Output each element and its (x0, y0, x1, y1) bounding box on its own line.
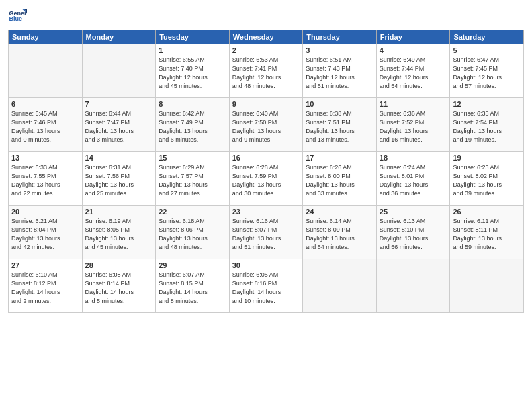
day-info: Sunrise: 6:28 AM Sunset: 7:59 PM Dayligh… (232, 163, 300, 198)
calendar-cell: 14Sunrise: 6:31 AM Sunset: 7:56 PM Dayli… (82, 152, 156, 205)
calendar-cell: 9Sunrise: 6:40 AM Sunset: 7:50 PM Daylig… (229, 98, 303, 152)
day-info: Sunrise: 6:08 AM Sunset: 8:14 PM Dayligh… (85, 271, 153, 306)
calendar-cell: 17Sunrise: 6:26 AM Sunset: 8:00 PM Dayli… (303, 152, 377, 205)
day-number: 18 (380, 154, 447, 162)
calendar-cell: 7Sunrise: 6:44 AM Sunset: 7:47 PM Daylig… (82, 98, 156, 152)
day-info: Sunrise: 6:36 AM Sunset: 7:52 PM Dayligh… (380, 109, 447, 144)
day-info: Sunrise: 6:33 AM Sunset: 7:55 PM Dayligh… (11, 163, 79, 198)
calendar-cell: 26Sunrise: 6:11 AM Sunset: 8:11 PM Dayli… (450, 205, 524, 259)
day-number: 27 (11, 261, 79, 269)
day-number: 1 (159, 46, 226, 54)
calendar-week-1: 6Sunrise: 6:45 AM Sunset: 7:46 PM Daylig… (9, 98, 524, 152)
calendar-week-0: 1Sunrise: 6:55 AM Sunset: 7:40 PM Daylig… (9, 44, 524, 98)
day-info: Sunrise: 6:26 AM Sunset: 8:00 PM Dayligh… (306, 163, 373, 198)
day-number: 9 (232, 100, 300, 108)
day-info: Sunrise: 6:38 AM Sunset: 7:51 PM Dayligh… (306, 109, 373, 144)
day-number: 11 (380, 100, 447, 108)
day-info: Sunrise: 6:18 AM Sunset: 8:06 PM Dayligh… (159, 217, 226, 252)
day-number: 6 (11, 100, 79, 108)
calendar-cell (9, 44, 83, 98)
day-number: 3 (306, 46, 373, 54)
day-number: 21 (85, 208, 153, 216)
logo-icon: General Blue (8, 7, 27, 26)
calendar-container: General Blue SundayMondayTuesdayWednesda… (0, 0, 532, 411)
day-info: Sunrise: 6:35 AM Sunset: 7:54 PM Dayligh… (453, 109, 521, 144)
day-info: Sunrise: 6:23 AM Sunset: 8:02 PM Dayligh… (453, 163, 521, 198)
day-info: Sunrise: 6:40 AM Sunset: 7:50 PM Dayligh… (232, 109, 300, 144)
day-number: 15 (159, 154, 226, 162)
day-info: Sunrise: 6:11 AM Sunset: 8:11 PM Dayligh… (453, 217, 521, 252)
calendar-cell: 28Sunrise: 6:08 AM Sunset: 8:14 PM Dayli… (82, 259, 156, 313)
day-number: 30 (232, 261, 300, 269)
day-number: 12 (453, 100, 521, 108)
day-number: 29 (159, 261, 226, 269)
day-info: Sunrise: 6:21 AM Sunset: 8:04 PM Dayligh… (11, 217, 79, 252)
calendar-cell: 12Sunrise: 6:35 AM Sunset: 7:54 PM Dayli… (450, 98, 524, 152)
day-number: 16 (232, 154, 300, 162)
calendar-cell: 18Sunrise: 6:24 AM Sunset: 8:01 PM Dayli… (376, 152, 450, 205)
day-info: Sunrise: 6:24 AM Sunset: 8:01 PM Dayligh… (380, 163, 447, 198)
calendar-cell: 15Sunrise: 6:29 AM Sunset: 7:57 PM Dayli… (156, 152, 230, 205)
day-info: Sunrise: 6:47 AM Sunset: 7:45 PM Dayligh… (453, 56, 521, 91)
calendar-week-2: 13Sunrise: 6:33 AM Sunset: 7:55 PM Dayli… (9, 152, 524, 205)
weekday-header-sunday: Sunday (9, 30, 83, 44)
calendar-cell: 8Sunrise: 6:42 AM Sunset: 7:49 PM Daylig… (156, 98, 230, 152)
day-number: 25 (380, 208, 447, 216)
day-info: Sunrise: 6:19 AM Sunset: 8:05 PM Dayligh… (85, 217, 153, 252)
day-number: 22 (159, 208, 226, 216)
calendar-cell: 3Sunrise: 6:51 AM Sunset: 7:43 PM Daylig… (303, 44, 377, 98)
calendar-cell: 20Sunrise: 6:21 AM Sunset: 8:04 PM Dayli… (9, 205, 83, 259)
calendar-cell: 4Sunrise: 6:49 AM Sunset: 7:44 PM Daylig… (376, 44, 450, 98)
calendar-header: General Blue (8, 7, 524, 26)
calendar-cell: 10Sunrise: 6:38 AM Sunset: 7:51 PM Dayli… (303, 98, 377, 152)
calendar-cell: 27Sunrise: 6:10 AM Sunset: 8:12 PM Dayli… (9, 259, 83, 313)
calendar-week-3: 20Sunrise: 6:21 AM Sunset: 8:04 PM Dayli… (9, 205, 524, 259)
day-number: 5 (453, 46, 521, 54)
day-number: 17 (306, 154, 373, 162)
logo: General Blue (8, 7, 30, 26)
day-info: Sunrise: 6:10 AM Sunset: 8:12 PM Dayligh… (11, 271, 79, 306)
calendar-cell: 25Sunrise: 6:13 AM Sunset: 8:10 PM Dayli… (376, 205, 450, 259)
day-info: Sunrise: 6:55 AM Sunset: 7:40 PM Dayligh… (159, 56, 226, 91)
calendar-cell: 21Sunrise: 6:19 AM Sunset: 8:05 PM Dayli… (82, 205, 156, 259)
calendar-cell: 13Sunrise: 6:33 AM Sunset: 7:55 PM Dayli… (9, 152, 83, 205)
day-info: Sunrise: 6:31 AM Sunset: 7:56 PM Dayligh… (85, 163, 153, 198)
calendar-cell: 24Sunrise: 6:14 AM Sunset: 8:09 PM Dayli… (303, 205, 377, 259)
calendar-cell: 2Sunrise: 6:53 AM Sunset: 7:41 PM Daylig… (229, 44, 303, 98)
day-info: Sunrise: 6:45 AM Sunset: 7:46 PM Dayligh… (11, 109, 79, 144)
day-number: 23 (232, 208, 300, 216)
calendar-cell (376, 259, 450, 313)
weekday-header-wednesday: Wednesday (229, 30, 303, 44)
calendar-cell: 19Sunrise: 6:23 AM Sunset: 8:02 PM Dayli… (450, 152, 524, 205)
day-number: 7 (85, 100, 153, 108)
day-info: Sunrise: 6:29 AM Sunset: 7:57 PM Dayligh… (159, 163, 226, 198)
calendar-cell: 30Sunrise: 6:05 AM Sunset: 8:16 PM Dayli… (229, 259, 303, 313)
calendar-thead: SundayMondayTuesdayWednesdayThursdayFrid… (9, 30, 524, 44)
weekday-header-row: SundayMondayTuesdayWednesdayThursdayFrid… (9, 30, 524, 44)
day-number: 26 (453, 208, 521, 216)
day-number: 20 (11, 208, 79, 216)
day-number: 28 (85, 261, 153, 269)
day-info: Sunrise: 6:53 AM Sunset: 7:41 PM Dayligh… (232, 56, 300, 91)
calendar-cell: 11Sunrise: 6:36 AM Sunset: 7:52 PM Dayli… (376, 98, 450, 152)
weekday-header-thursday: Thursday (303, 30, 377, 44)
day-number: 13 (11, 154, 79, 162)
day-number: 4 (380, 46, 447, 54)
day-info: Sunrise: 6:51 AM Sunset: 7:43 PM Dayligh… (306, 56, 373, 91)
calendar-body: 1Sunrise: 6:55 AM Sunset: 7:40 PM Daylig… (9, 44, 524, 313)
calendar-cell: 29Sunrise: 6:07 AM Sunset: 8:15 PM Dayli… (156, 259, 230, 313)
day-info: Sunrise: 6:14 AM Sunset: 8:09 PM Dayligh… (306, 217, 373, 252)
day-info: Sunrise: 6:42 AM Sunset: 7:49 PM Dayligh… (159, 109, 226, 144)
day-number: 10 (306, 100, 373, 108)
weekday-header-tuesday: Tuesday (156, 30, 230, 44)
calendar-cell: 23Sunrise: 6:16 AM Sunset: 8:07 PM Dayli… (229, 205, 303, 259)
calendar-cell: 22Sunrise: 6:18 AM Sunset: 8:06 PM Dayli… (156, 205, 230, 259)
calendar-cell (303, 259, 377, 313)
day-info: Sunrise: 6:13 AM Sunset: 8:10 PM Dayligh… (380, 217, 447, 252)
day-number: 14 (85, 154, 153, 162)
calendar-week-4: 27Sunrise: 6:10 AM Sunset: 8:12 PM Dayli… (9, 259, 524, 313)
day-info: Sunrise: 6:44 AM Sunset: 7:47 PM Dayligh… (85, 109, 153, 144)
day-info: Sunrise: 6:49 AM Sunset: 7:44 PM Dayligh… (380, 56, 447, 91)
calendar-cell: 5Sunrise: 6:47 AM Sunset: 7:45 PM Daylig… (450, 44, 524, 98)
svg-text:Blue: Blue (9, 15, 22, 22)
